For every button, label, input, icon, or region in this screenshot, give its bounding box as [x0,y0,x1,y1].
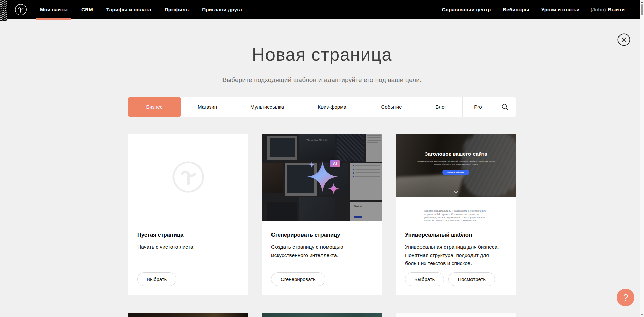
card-universal-template: Заголовок вашего сайта Добавьте интересн… [396,134,516,295]
tilda-watermark-icon [172,161,204,193]
search-icon [501,103,508,110]
nav-item-crm[interactable]: CRM [80,0,94,19]
tab-event[interactable]: Событие [364,97,419,117]
nav-item-my-sites[interactable]: Мои сайты [39,0,69,19]
help-button[interactable]: ? [617,289,634,306]
template-hero-section: Заголовок вашего сайта Добавьте интересн… [396,134,516,197]
preview-button[interactable]: Посмотреть [448,272,495,286]
card-blank-page: Пустая страница Начать с чистого листа. … [128,134,248,295]
template-hero-button: Целевое действие [442,170,469,175]
nav-item-lessons-articles[interactable]: Уроки и статьи [540,0,581,19]
navbar-main-menu: Мои сайты CRM Тарифы и оплата Профиль Пр… [39,0,243,19]
card-title: Сгенерировать страницу [271,232,373,238]
template-cards: Пустая страница Начать с чистого листа. … [128,134,516,295]
tab-business[interactable]: Бизнес [128,97,181,117]
scrollbar-thumb[interactable] [641,4,643,15]
card-title: Универсальный шаблон [405,232,507,238]
sparkle-icon-small [328,183,339,194]
nav-item-profile[interactable]: Профиль [164,0,190,19]
blank-page-preview[interactable] [128,134,248,221]
scrollbar [640,0,644,317]
select-button[interactable]: Выбрать [405,272,444,286]
tab-pro[interactable]: Pro [463,97,493,117]
generate-button[interactable]: Сгенерировать [271,272,325,286]
card-preview-partial[interactable] [262,313,382,317]
universal-template-preview[interactable]: Заголовок вашего сайта Добавьте интересн… [396,134,516,221]
user-logout[interactable]: (John) Выйти [591,0,625,19]
wave-pattern-decoration [0,0,7,21]
card-generate-ai: Title of Your Website About us [262,134,382,295]
hero-photo-laptop [396,173,464,196]
close-icon [617,33,630,46]
nav-item-webinars[interactable]: Вебинары [502,0,530,19]
navbar-secondary-menu: Справочный центр Вебинары Уроки и статьи… [441,0,625,19]
nav-item-plans-payment[interactable]: Тарифы и оплата [105,0,152,19]
close-button[interactable] [617,33,630,46]
ai-collage-preview[interactable]: Title of Your Website About us [262,134,382,221]
template-hero-subtitle: Добавьте интересные подробности о вашей … [414,160,498,165]
user-name: (John) [591,7,606,12]
nav-item-help-center[interactable]: Справочный центр [441,0,492,19]
template-body-text: Коротко представьтесь и расскажите о ком… [396,197,516,221]
search-tab[interactable] [493,97,516,117]
logout-link[interactable]: Выйти [608,7,625,12]
card-preview-partial[interactable] [396,313,516,317]
select-button[interactable]: Выбрать [137,272,176,286]
tab-blog[interactable]: Блог [419,97,463,117]
top-navbar: Мои сайты CRM Тарифы и оплата Профиль Пр… [0,0,640,19]
card-description: Создать страницу с помощью искусственног… [271,243,373,259]
card-preview-partial[interactable] [128,313,248,317]
tilda-logo[interactable] [15,4,27,16]
card-description: Начать с чистого листа. [137,243,239,251]
page-subtitle: Выберите подходящий шаблон и адаптируйте… [128,76,516,84]
scrollbar-up-arrow[interactable] [641,1,643,3]
nav-item-invite-friend[interactable]: Пригласи друга [201,0,243,19]
card-title: Пустая страница [137,232,239,238]
tab-multilink[interactable]: Мультиссылка [234,97,300,117]
template-hero-title: Заголовок вашего сайта [396,134,516,157]
tab-store[interactable]: Магазин [181,97,234,117]
tilda-logo-icon [15,4,27,16]
tab-quiz-form[interactable]: Квиз-форма [300,97,364,117]
template-category-tabs: Бизнес Магазин Мультиссылка Квиз-форма С… [128,97,516,117]
next-row-cards [128,313,516,317]
ai-badge: AI [330,160,340,167]
scrollbar-down-arrow[interactable] [641,314,643,316]
card-description: Универсальная страница для бизнеса. Поня… [405,243,507,267]
